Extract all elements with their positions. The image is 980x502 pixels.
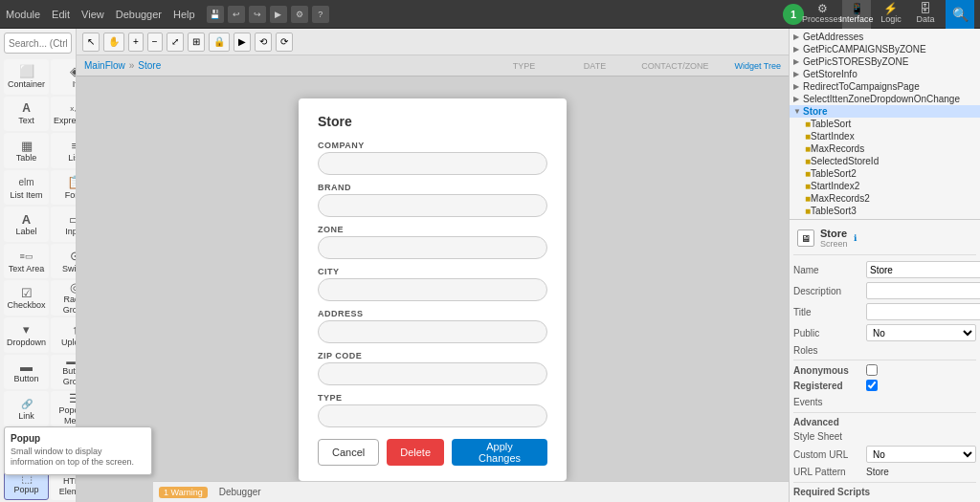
- field-type: TYPE: [318, 393, 547, 427]
- radio-group-label: Radio Group: [54, 295, 76, 316]
- widget-textarea[interactable]: ≡▭ Text Area: [4, 244, 49, 279]
- canvas-tool-select[interactable]: ↖: [82, 33, 100, 52]
- field-city-input[interactable]: [318, 278, 547, 301]
- menu-help[interactable]: Help: [173, 9, 195, 20]
- list-icon: ≡: [65, 138, 76, 153]
- widget-container[interactable]: ⬜ Container: [4, 59, 49, 95]
- search-icon-btn[interactable]: 🔍: [946, 0, 974, 29]
- widget-dropdown[interactable]: ▾ Dropdown: [4, 317, 49, 353]
- tree-item-tablesort3[interactable]: ■ TableSort3: [790, 205, 980, 217]
- tree-item-startindex[interactable]: ■ StartIndex: [790, 130, 980, 142]
- widget-upload[interactable]: ↑ Upload: [51, 317, 76, 353]
- widget-popover-menu[interactable]: ☰ Popover Menu: [51, 391, 76, 426]
- widget-form[interactable]: 📋 Form: [51, 170, 76, 206]
- field-city: CITY: [318, 267, 547, 301]
- help-icon[interactable]: ?: [312, 6, 329, 23]
- widget-text[interactable]: A Text: [4, 97, 49, 132]
- widget-input[interactable]: ▭ Input: [51, 207, 76, 242]
- prop-name-input[interactable]: [866, 261, 980, 278]
- tab-logic[interactable]: ⚡ Logic: [877, 0, 905, 29]
- canvas-tool-more3[interactable]: ⟳: [276, 33, 293, 52]
- field-address-input[interactable]: [318, 320, 547, 343]
- widget-link[interactable]: 🔗 Link: [4, 391, 49, 426]
- apply-changes-button[interactable]: Apply Changes: [452, 439, 547, 466]
- canvas-tool-more1[interactable]: ▶: [234, 33, 251, 52]
- field-type-input[interactable]: [318, 404, 547, 427]
- tab-interface[interactable]: 📱 Interface: [842, 0, 871, 29]
- widget-button[interactable]: ▬ Button: [4, 355, 49, 390]
- widget-table[interactable]: ▦ Table: [4, 133, 49, 168]
- canvas-tool-zoom-in[interactable]: +: [128, 33, 144, 52]
- warning-badge[interactable]: 1 Warning: [159, 487, 208, 498]
- widget-label[interactable]: A Label: [4, 207, 49, 242]
- save-icon[interactable]: 💾: [207, 6, 224, 23]
- tree-item-getstoreinfo[interactable]: ▶ GetStoreInfo: [790, 68, 980, 80]
- debugger-tab[interactable]: Debugger: [215, 487, 265, 497]
- tree-item-maxrecords[interactable]: ■ MaxRecords: [790, 142, 980, 155]
- canvas-tool-hand[interactable]: ✋: [103, 33, 124, 52]
- widget-switch[interactable]: ⊙ Switch: [51, 244, 76, 279]
- textarea-label: Text Area: [9, 264, 45, 274]
- canvas-tool-more2[interactable]: ⟲: [255, 33, 272, 52]
- props-info-icon[interactable]: ℹ: [854, 233, 857, 243]
- widget-checkbox[interactable]: ☑ Checkbox: [4, 280, 49, 316]
- menu-module[interactable]: Module: [6, 9, 40, 20]
- prop-description-input[interactable]: [866, 282, 980, 299]
- tree-item-selectitten[interactable]: ▶ SelectIttenZoneDropdownOnChange: [790, 93, 980, 105]
- menu-view[interactable]: View: [81, 9, 104, 20]
- tree-item-getstores[interactable]: ▶ GetPicSTORESByZONE: [790, 55, 980, 68]
- tree-item-maxrecords2[interactable]: ■ MaxRecords2: [790, 192, 980, 205]
- field-zone-input[interactable]: [318, 236, 547, 259]
- delete-button[interactable]: Delete: [387, 439, 444, 466]
- form-title: Store: [318, 114, 547, 129]
- tree-item-store[interactable]: ▼ Store: [790, 105, 980, 118]
- prop-title-input[interactable]: [866, 303, 980, 320]
- tree-item-selectedstoreid[interactable]: ■ SelectedStoreId: [790, 155, 980, 167]
- canvas-tool-snap[interactable]: 🔒: [209, 33, 230, 52]
- menu-edit[interactable]: Edit: [52, 9, 70, 20]
- list-item-icon: elm: [17, 175, 36, 190]
- tab-processes[interactable]: ⚙ Processes: [808, 0, 836, 29]
- field-company-input[interactable]: [318, 152, 547, 175]
- field-company: COMPANY: [318, 141, 547, 175]
- breadcrumb-screen[interactable]: Store: [138, 60, 161, 71]
- tooltip-description: Small window to display information on t…: [11, 447, 145, 469]
- run-icon[interactable]: ▶: [270, 6, 287, 23]
- widget-button-group[interactable]: ▬▬ Button Group: [51, 355, 76, 390]
- tab-data[interactable]: 🗄 Data: [911, 0, 940, 29]
- settings-icon[interactable]: ⚙: [291, 6, 308, 23]
- tree-item-redirect[interactable]: ▶ RedirectToCampaignsPage: [790, 80, 980, 93]
- canvas-tool-zoom-out[interactable]: −: [147, 33, 163, 52]
- prop-public-select[interactable]: No Yes: [866, 324, 976, 341]
- widget-if[interactable]: ◈ If: [51, 59, 76, 95]
- tree-item-startindex2[interactable]: ■ StartIndex2: [790, 180, 980, 192]
- prop-registered-checkbox[interactable]: [866, 380, 878, 391]
- list-item-label: List Item: [11, 190, 43, 201]
- upload-icon: ↑: [65, 322, 76, 338]
- table-icon: ▦: [17, 138, 36, 153]
- search-input[interactable]: [4, 33, 72, 54]
- widget-tree-label[interactable]: Widget Tree: [734, 61, 781, 71]
- widget-radio-group[interactable]: ◎ Radio Group: [51, 280, 76, 316]
- field-brand-input[interactable]: [318, 194, 547, 217]
- tree-item-tablesort2[interactable]: ■ TableSort2: [790, 167, 980, 180]
- canvas-tool-grid[interactable]: ⊞: [188, 33, 205, 52]
- undo-icon[interactable]: ↩: [228, 6, 245, 23]
- form-label: Form: [65, 190, 76, 201]
- canvas-tool-fit[interactable]: ⤢: [167, 33, 184, 52]
- prop-anonymous-checkbox[interactable]: [866, 364, 878, 376]
- notification-badge[interactable]: 1: [783, 4, 804, 25]
- widget-list-item[interactable]: elm List Item: [4, 170, 49, 206]
- widget-expression[interactable]: x,y Expression: [51, 97, 76, 132]
- field-zip-code-input[interactable]: [318, 362, 547, 385]
- menu-debugger[interactable]: Debugger: [116, 9, 162, 20]
- tree-item-getaddresses[interactable]: ▶ GetAddresses: [790, 31, 980, 43]
- tree-item-tablesort[interactable]: ■ TableSort: [790, 118, 980, 130]
- breadcrumb-flow[interactable]: MainFlow: [84, 60, 125, 71]
- cancel-button[interactable]: Cancel: [318, 439, 379, 466]
- tree-item-getcampaigns[interactable]: ▶ GetPicCAMPAIGNSByZONE: [790, 43, 980, 55]
- input-icon: ▭: [65, 211, 76, 227]
- redo-icon[interactable]: ↪: [249, 6, 266, 23]
- prop-customurl-select[interactable]: No Yes: [866, 446, 976, 463]
- widget-list[interactable]: ≡ List: [51, 133, 76, 168]
